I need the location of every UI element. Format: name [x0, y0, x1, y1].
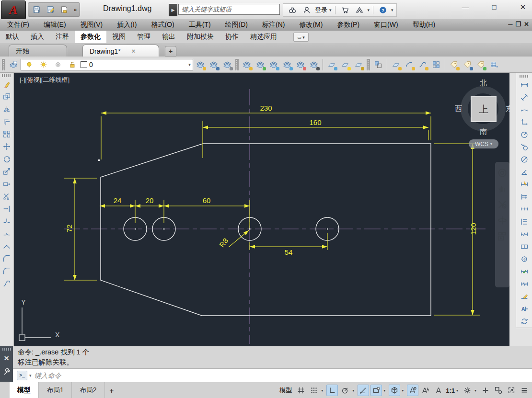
viewcube-south-label[interactable]: 南: [480, 127, 487, 136]
ribbon-tab-output[interactable]: 输出: [156, 31, 181, 43]
ribbon-tab-addins[interactable]: 附加模块: [181, 31, 220, 43]
toolbar-grip[interactable]: [2, 74, 12, 77]
jogged-dimension-icon[interactable]: [518, 141, 531, 153]
center-mark-icon[interactable]: [518, 253, 531, 265]
make-object-layer-current-icon[interactable]: [194, 58, 207, 71]
clean-screen-icon[interactable]: [506, 385, 517, 396]
command-input[interactable]: [34, 371, 532, 380]
command-recent-dropdown-icon[interactable]: ▾: [29, 373, 32, 378]
menu-format[interactable]: 格式(O): [144, 21, 181, 29]
fillet-icon[interactable]: [0, 265, 13, 277]
inspection-dimension-icon[interactable]: [518, 265, 531, 278]
autodesk-icon[interactable]: [353, 4, 366, 16]
help-icon[interactable]: ?: [377, 4, 389, 16]
layer-isolate-icon[interactable]: [241, 58, 253, 71]
object-snap-icon[interactable]: [370, 385, 382, 396]
join-icon[interactable]: [0, 240, 13, 252]
copy-icon[interactable]: [0, 91, 13, 103]
polar-tracking-icon[interactable]: [339, 385, 351, 396]
app-store-icon[interactable]: [339, 4, 351, 16]
menu-modify[interactable]: 修改(M): [292, 21, 330, 29]
layer-on-icon[interactable]: [23, 58, 35, 71]
break-at-point-icon[interactable]: [0, 215, 13, 227]
customization-add-icon[interactable]: [480, 385, 491, 396]
new-layout-icon[interactable]: +: [105, 382, 119, 398]
plot-icon[interactable]: [58, 3, 70, 16]
save-icon[interactable]: [30, 3, 43, 16]
edit-polyline-icon[interactable]: [403, 58, 416, 71]
layer-unisolate-icon[interactable]: [254, 58, 266, 71]
doc-minimize-button[interactable]: ─: [508, 21, 512, 28]
ucs-icon[interactable]: Y X: [19, 298, 60, 341]
orbit-icon[interactable]: [496, 214, 509, 227]
layout2-tab[interactable]: 布局2: [72, 382, 105, 398]
arc-length-dimension-icon[interactable]: [518, 103, 531, 116]
viewcube-east-label[interactable]: 东: [506, 104, 509, 114]
layer-off-icon[interactable]: [281, 58, 293, 71]
menu-view[interactable]: 视图(V): [73, 21, 110, 29]
drawing-canvas[interactable]: 230 160 24 20 60 54 72 120 R8 Y X: [14, 73, 509, 346]
ribbon-tab-manage[interactable]: 管理: [131, 31, 156, 43]
tab-close-icon[interactable]: ✕: [131, 48, 136, 55]
annotation-scale-icon[interactable]: [433, 385, 444, 396]
model-space-indicator[interactable]: 模型: [278, 386, 294, 395]
baseline-dimension-icon[interactable]: [518, 191, 531, 203]
toolbar-grip[interactable]: [2, 59, 5, 70]
save-as-icon[interactable]: [44, 3, 57, 16]
turn-off-layer-icon[interactable]: [339, 58, 351, 71]
toolbar-grip[interactable]: [367, 59, 370, 70]
signin-dropdown-icon[interactable]: ▾: [329, 8, 332, 12]
block-attribute-manager-icon[interactable]: [461, 58, 474, 71]
dimension-texts[interactable]: 230 160 24 20 60 54 72 120 R8: [65, 104, 477, 256]
search-icon[interactable]: [286, 4, 299, 16]
command-history[interactable]: 命令: _.erase 找到 1 个 标注已解除关联。: [13, 346, 532, 369]
wcs-selector[interactable]: WCS ▾: [469, 139, 498, 148]
annotation-scale-value[interactable]: 1:1: [446, 387, 455, 394]
layer-properties-icon[interactable]: [7, 58, 20, 71]
move-icon[interactable]: [0, 140, 13, 153]
mirror-icon[interactable]: [0, 103, 13, 115]
file-tab-drawing1[interactable]: Drawing1* ✕: [82, 45, 159, 57]
polar-dropdown-icon[interactable]: ▾: [352, 388, 356, 393]
snap-dropdown-icon[interactable]: ▾: [321, 388, 325, 393]
linear-dimension-icon[interactable]: [518, 79, 531, 91]
aligned-dimension-icon[interactable]: [518, 91, 531, 103]
vp-freeze-icon[interactable]: [325, 58, 338, 71]
ribbon-display-toggle-icon[interactable]: ▭ ▾: [293, 33, 309, 42]
viewcube-west-label[interactable]: 西: [455, 104, 462, 114]
ribbon-tab-insert[interactable]: 插入: [25, 31, 50, 43]
tolerance-icon[interactable]: [518, 240, 531, 253]
user-icon[interactable]: [301, 4, 313, 16]
ribbon-tab-home[interactable]: 默认: [0, 31, 25, 43]
quick-dimension-icon[interactable]: [518, 178, 531, 191]
command-customize-icon[interactable]: [0, 366, 13, 378]
command-grip[interactable]: [2, 348, 11, 351]
ribbon-tab-featured-apps[interactable]: 精选应用: [244, 31, 283, 43]
menu-edit[interactable]: 编辑(E): [36, 21, 73, 29]
autodesk-dropdown-icon[interactable]: ▾: [368, 8, 370, 12]
doc-close-button[interactable]: ✕: [524, 21, 529, 28]
chamfer-icon[interactable]: [0, 252, 13, 265]
trim-icon[interactable]: [0, 190, 13, 203]
qat-expand-icon[interactable]: »: [72, 7, 78, 12]
minimize-button[interactable]: —: [460, 3, 471, 11]
array-icon[interactable]: [0, 128, 13, 140]
viewcube-top-face[interactable]: 上: [471, 96, 497, 122]
edit-spline-icon[interactable]: [416, 58, 429, 71]
layer-walk-icon[interactable]: [308, 58, 320, 71]
stretch-icon[interactable]: [0, 178, 13, 190]
help-dropdown-icon[interactable]: ▾: [391, 8, 393, 12]
menu-draw[interactable]: 绘图(D): [218, 21, 255, 29]
scale-dropdown-icon[interactable]: ▾: [456, 388, 460, 393]
ribbon-tab-view[interactable]: 视图: [106, 31, 131, 43]
3d-object-snap-icon[interactable]: [389, 385, 400, 396]
osnap-dropdown-icon[interactable]: ▾: [383, 388, 387, 393]
layer-color-swatch[interactable]: [81, 61, 87, 68]
edit-attribute-icon[interactable]: [448, 58, 460, 71]
rotate-icon[interactable]: [0, 153, 13, 165]
offset-icon[interactable]: [0, 115, 13, 128]
search-history-icon[interactable]: ▶: [169, 4, 177, 16]
ribbon-tab-annotate[interactable]: 注释: [50, 31, 75, 43]
ribbon-tab-parametric[interactable]: 参数化: [75, 31, 106, 43]
isolate-objects-icon[interactable]: [493, 385, 504, 396]
